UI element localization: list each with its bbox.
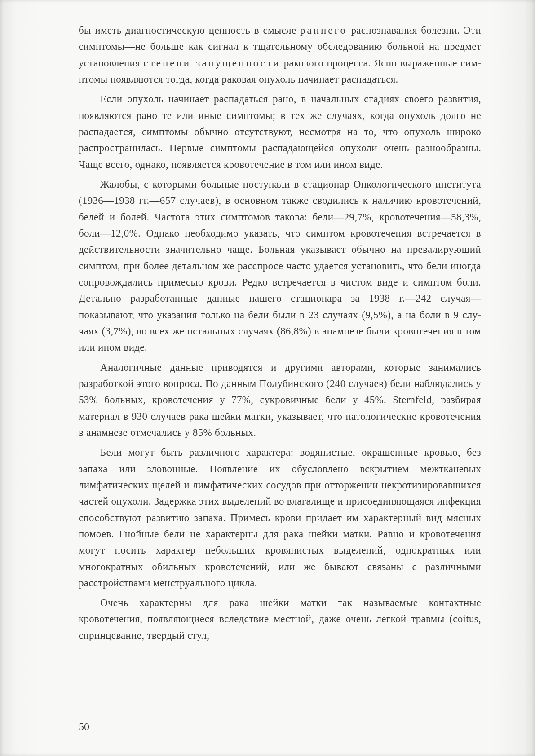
paragraph-2: Если опухоль начинает распадаться рано, … <box>79 91 481 173</box>
p1-text-pre: бы иметь диагностическую ценность в смыс… <box>79 25 300 36</box>
p1-spaced-2: степе­ни запущенности <box>144 57 281 69</box>
p3-text: Жалобы, с которыми больные поступали в с… <box>79 179 481 353</box>
p1-spaced-1: раннего <box>300 25 347 36</box>
p6-text: Очень характерны для рака шейки матки та… <box>79 597 481 641</box>
page-number: 50 <box>79 721 89 733</box>
paragraph-3: Жалобы, с которыми больные поступали в с… <box>79 176 481 356</box>
p2-text: Если опухоль начинает распадаться рано, … <box>79 93 481 170</box>
page-content: бы иметь диагностическую ценность в смыс… <box>79 22 481 644</box>
paragraph-4: Аналогичные данные приводятся и другими … <box>79 360 481 441</box>
p5-text: Бели могут быть различного характера: во… <box>79 447 481 589</box>
paragraph-5: Бели могут быть различного характера: во… <box>79 444 481 591</box>
paragraph-6: Очень характерны для рака шейки матки та… <box>79 595 481 644</box>
document-page: бы иметь диагностическую ценность в смыс… <box>0 0 535 756</box>
p4-text: Аналогичные данные приводятся и другими … <box>79 362 481 438</box>
paragraph-1: бы иметь диагностическую ценность в смыс… <box>79 22 481 88</box>
